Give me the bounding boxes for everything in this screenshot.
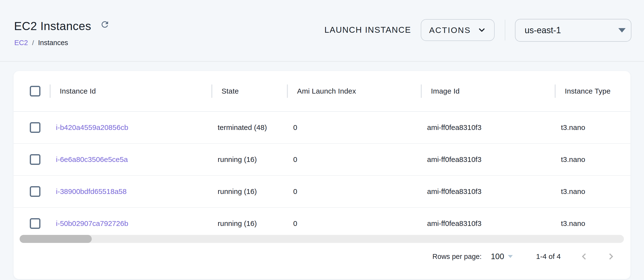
row-checkbox[interactable] xyxy=(30,154,40,165)
column-header-instance-type-cell: Instance Type xyxy=(555,71,630,111)
instance-type-cell: t3.nano xyxy=(561,219,585,227)
column-separator[interactable] xyxy=(421,84,422,98)
rows-per-page-select[interactable]: 100 xyxy=(491,252,513,261)
table-row: i-50b02907ca792726b running (16) 0 ami-f… xyxy=(14,208,630,239)
image-id-cell: ami-ff0fea8310f3 xyxy=(427,187,482,195)
rows-per-page-label: Rows per page: xyxy=(432,253,482,260)
table-row: i-6e6a80c3506e5ce5a running (16) 0 ami-f… xyxy=(14,144,630,176)
chevron-right-icon xyxy=(606,251,616,261)
instance-id-link[interactable]: i-50b02907ca792726b xyxy=(56,219,128,227)
state-cell: running (16) xyxy=(218,155,257,163)
select-all-checkbox[interactable] xyxy=(30,86,40,97)
chevron-left-icon xyxy=(579,251,589,261)
horizontal-scrollbar-thumb[interactable] xyxy=(20,235,92,243)
instance-type-cell: t3.nano xyxy=(561,187,585,195)
column-header-instance-id-cell: Instance Id xyxy=(50,71,212,111)
ami-launch-index-cell: 0 xyxy=(293,219,297,227)
caret-down-icon xyxy=(618,28,626,33)
column-header-image-id[interactable]: Image Id xyxy=(431,87,460,95)
breadcrumb-separator: / xyxy=(32,39,34,47)
previous-page-button[interactable] xyxy=(578,251,590,262)
column-separator[interactable] xyxy=(211,84,212,98)
breadcrumb-link-ec2[interactable]: EC2 xyxy=(14,39,28,47)
row-checkbox[interactable] xyxy=(30,186,40,197)
column-header-instance-type[interactable]: Instance Type xyxy=(565,87,610,95)
select-all-cell xyxy=(14,71,50,111)
ami-launch-index-cell: 0 xyxy=(293,123,297,131)
instance-id-link[interactable]: i-38900bdfd65518a58 xyxy=(56,187,126,195)
column-header-state[interactable]: State xyxy=(222,87,239,95)
launch-instance-button[interactable]: LAUNCH INSTANCE xyxy=(322,24,413,36)
instance-type-cell: t3.nano xyxy=(561,155,585,163)
actions-button-label: ACTIONS xyxy=(429,26,471,35)
breadcrumb-current: Instances xyxy=(38,39,68,47)
next-page-button[interactable] xyxy=(605,251,617,262)
horizontal-scrollbar-track[interactable] xyxy=(20,235,624,243)
column-header-image-id-cell: Image Id xyxy=(421,71,555,111)
column-header-state-cell: State xyxy=(212,71,288,111)
column-separator[interactable] xyxy=(50,84,50,98)
region-select-value: us-east-1 xyxy=(525,25,561,35)
refresh-icon xyxy=(100,20,110,29)
instance-type-cell: t3.nano xyxy=(561,123,585,131)
table-row: i-b420a4559a20856cb terminated (48) 0 am… xyxy=(14,112,630,144)
table-row: i-38900bdfd65518a58 running (16) 0 ami-f… xyxy=(14,176,630,208)
image-id-cell: ami-ff0fea8310f3 xyxy=(427,219,482,227)
column-header-instance-id[interactable]: Instance Id xyxy=(60,87,96,95)
image-id-cell: ami-ff0fea8310f3 xyxy=(427,155,482,163)
state-cell: running (16) xyxy=(218,219,257,227)
column-header-ami-launch-index[interactable]: Ami Launch Index xyxy=(297,87,356,95)
pagination-range: 1-4 of 4 xyxy=(536,252,561,260)
row-checkbox[interactable] xyxy=(30,218,40,229)
caret-down-icon xyxy=(508,254,513,258)
refresh-button[interactable] xyxy=(100,19,110,30)
chevron-down-icon xyxy=(477,26,486,35)
rows-per-page-value: 100 xyxy=(491,252,504,261)
region-select[interactable]: us-east-1 xyxy=(515,19,632,42)
column-separator[interactable] xyxy=(555,84,556,98)
instances-table-card: Instance Id State Ami Launch Index Image… xyxy=(14,71,630,279)
pagination: Rows per page: 100 1-4 of 4 xyxy=(432,247,617,265)
actions-button[interactable]: ACTIONS xyxy=(421,19,494,41)
header-divider xyxy=(0,61,644,62)
image-id-cell: ami-ff0fea8310f3 xyxy=(427,123,482,131)
instance-id-link[interactable]: i-b420a4559a20856cb xyxy=(56,123,128,131)
instance-id-link[interactable]: i-6e6a80c3506e5ce5a xyxy=(56,155,128,163)
toolbar-divider xyxy=(505,20,505,41)
row-checkbox[interactable] xyxy=(30,122,40,133)
ami-launch-index-cell: 0 xyxy=(293,155,297,163)
ami-launch-index-cell: 0 xyxy=(293,187,297,195)
state-cell: running (16) xyxy=(218,187,257,195)
table-header-row: Instance Id State Ami Launch Index Image… xyxy=(14,71,630,112)
page-title: EC2 Instances xyxy=(14,20,91,33)
column-header-ami-launch-index-cell: Ami Launch Index xyxy=(288,71,421,111)
state-cell: terminated (48) xyxy=(218,123,267,131)
column-separator[interactable] xyxy=(287,84,288,98)
breadcrumb: EC2 / Instances xyxy=(14,39,68,47)
